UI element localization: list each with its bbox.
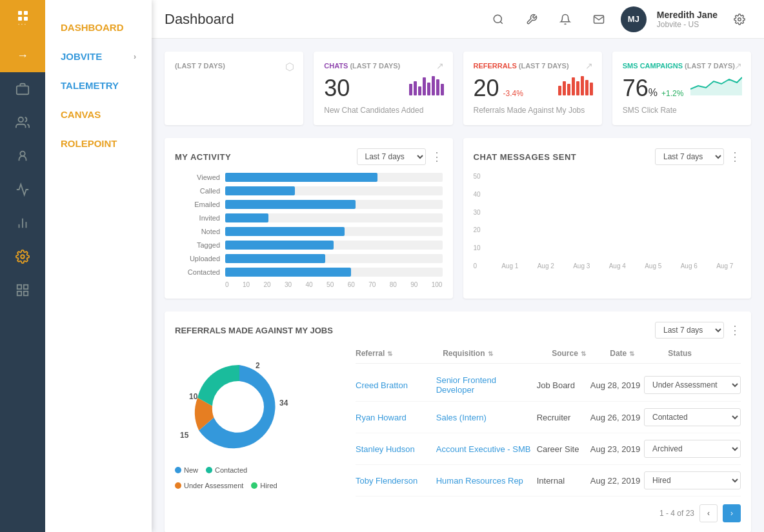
status-3[interactable]: Hired New Under Assessment Contacted Arc… [644,471,741,489]
stat-desc-chats: New Chat Candidates Added [324,106,442,115]
referral-name-0[interactable]: Creed Bratton [356,380,436,390]
chat-messages-period-select[interactable]: Last 7 days Last 30 days [655,148,724,165]
referral-name-2[interactable]: Stanley Hudson [356,444,436,454]
donut-legend: New Contacted Under Assessment [175,466,304,489]
svg-rect-0 [17,86,28,94]
sidebar-item-people[interactable] [0,106,45,139]
v-bar-y-axis: 50403020100 [474,173,489,282]
stat-desc-sms: SMS Click Rate [623,106,741,115]
dashboard-icon-btn[interactable]: ··· [0,0,45,39]
h-bar-fill [225,213,268,222]
stat-card-label: (last 7 days) [175,62,293,70]
mini-bar-chart-chats [409,70,444,95]
referrals-title: REFERRALS MADE AGAINST MY JOBS [175,326,333,335]
referral-name-1[interactable]: Ryan Howard [356,413,436,422]
date-2: Aug 23, 2019 [590,444,644,454]
referrals-period-select[interactable]: Last 7 days Last 30 days [655,322,724,339]
status-0[interactable]: Under Assessment New Contacted Archived … [644,376,741,394]
v-bar-x-label: Aug 3 [573,262,590,270]
h-bar-track [225,268,443,277]
table-row: Creed Bratton Senior Frontend Developer … [356,369,741,402]
menu-item-canvas[interactable]: CANVAS [45,100,152,129]
status-select-3[interactable]: Hired New Under Assessment Contacted Arc… [644,471,741,489]
svg-point-6 [21,255,25,259]
chat-messages-controls: Last 7 days Last 30 days ⋮ [655,148,741,165]
stat-change-sms: +1.2% [661,89,683,98]
sidebar-item-megaphone[interactable] [0,173,45,206]
table-row: Ryan Howard Sales (Intern) Recruiter Aug… [356,402,741,433]
col-date[interactable]: Date ⇅ [610,349,668,358]
mini-bar-chart-referrals [558,70,593,95]
user-name: Meredith Jane [657,10,718,20]
svg-text:2: 2 [256,361,260,370]
h-bar-fill [225,186,295,195]
chat-messages-header: CHAT MESSAGES SENT Last 7 days Last 30 d… [474,148,741,165]
status-1[interactable]: Contacted New Under Assessment Archived … [644,408,741,426]
mini-line-chart-sms [690,70,742,95]
external-link-icon[interactable]: ⬡ [285,61,294,73]
donut-section: 2 10 15 34 New [175,349,343,522]
status-2[interactable]: Archived New Under Assessment Contacted … [644,440,741,458]
legend-new: New [175,466,198,474]
requisition-0[interactable]: Senior Frontend Developer [436,375,537,395]
stat-card-chats: CHATS (last 7 days) 30 New Chat Candidat… [314,52,452,125]
h-bar-fill [225,173,377,182]
stat-card-referrals: REFERRALS (last 7 days) 20 -3.4% Referra… [463,52,602,125]
status-select-1[interactable]: Contacted New Under Assessment Archived … [644,408,741,426]
v-bar-chart-container: 50403020100 Aug 1 Aug 2 Aug 3 Aug 4 Aug … [474,173,741,282]
more-options-icon[interactable]: ⋮ [431,150,443,164]
requisition-1[interactable]: Sales (Intern) [436,413,537,422]
v-bar-chart: Aug 1 Aug 2 Aug 3 Aug 4 Aug 5 Aug 6 Aug … [494,173,741,282]
avatar[interactable]: MJ [621,6,647,32]
referral-name-3[interactable]: Toby Flenderson [356,476,436,486]
stat-desc-referrals: Referrals Made Against My Jobs [474,106,592,115]
tools-icon[interactable] [520,8,543,31]
chat-messages-card: CHAT MESSAGES SENT Last 7 days Last 30 d… [463,138,752,299]
sidebar-item-analytics[interactable] [0,206,45,240]
svg-line-12 [500,21,502,23]
referrals-header: REFERRALS MADE AGAINST MY JOBS Last 7 da… [175,322,741,339]
svg-point-14 [215,382,264,431]
menu-item-dashboard[interactable]: DASHBOARD [45,13,152,42]
col-source[interactable]: Source ⇅ [552,349,610,358]
h-bar-label: Invited [175,214,220,222]
charts-row: MY ACTIVITY Last 7 days Last 30 days Las… [165,138,751,299]
bell-icon[interactable] [554,8,577,31]
v-bar-group: Aug 7 [709,260,741,270]
header-actions: MJ Meredith Jane Jobvite - US [487,6,751,32]
next-page-btn[interactable]: › [723,504,741,522]
sidebar-item-settings[interactable] [0,240,45,273]
prev-page-btn[interactable]: ‹ [699,504,718,522]
h-bar-chart: Viewed Called Emailed Invited Noted Tagg… [175,173,443,277]
search-icon[interactable] [487,8,510,31]
requisition-3[interactable]: Human Resources Rep [436,476,537,486]
col-referral[interactable]: Referral ⇅ [356,349,443,358]
col-requisition[interactable]: Requisition ⇅ [443,349,552,358]
h-bar-label: Noted [175,228,220,235]
chat-more-icon[interactable]: ⋮ [729,150,741,164]
col-status[interactable]: Status [668,349,741,358]
status-select-2[interactable]: Archived New Under Assessment Contacted … [644,440,741,458]
menu-item-rolepoint[interactable]: ROLEPOINT [45,129,152,158]
svg-text:10: 10 [189,392,198,401]
status-select-0[interactable]: Under Assessment New Contacted Archived … [644,376,741,394]
mail-icon[interactable] [587,8,610,31]
source-1: Recruiter [537,413,590,422]
settings-icon[interactable] [728,8,751,31]
sidebar-nav-arrow[interactable]: → [0,39,45,72]
referrals-more-icon[interactable]: ⋮ [729,323,741,337]
h-bar-fill [225,241,334,250]
requisition-2[interactable]: Account Executive - SMB [436,444,537,454]
my-activity-period-select[interactable]: Last 7 days Last 30 days Last 90 days [357,148,426,165]
sidebar-item-jobs[interactable] [0,72,45,106]
my-activity-title: MY ACTIVITY [175,152,231,162]
stat-value-sms: 76 [623,75,648,102]
sidebar-item-grid[interactable] [0,273,45,307]
menu-item-jobvite[interactable]: JOBVITE › [45,42,152,71]
sidebar-item-user[interactable] [0,139,45,173]
menu-item-talemetry[interactable]: TALEMETRY [45,71,152,100]
v-bar-x-label: Aug 2 [538,262,554,270]
table-row: Toby Flenderson Human Resources Rep Inte… [356,465,741,497]
h-bar-row: Contacted [175,268,443,277]
referrals-table-section: Referral ⇅ Requisition ⇅ Source ⇅ [356,349,741,522]
